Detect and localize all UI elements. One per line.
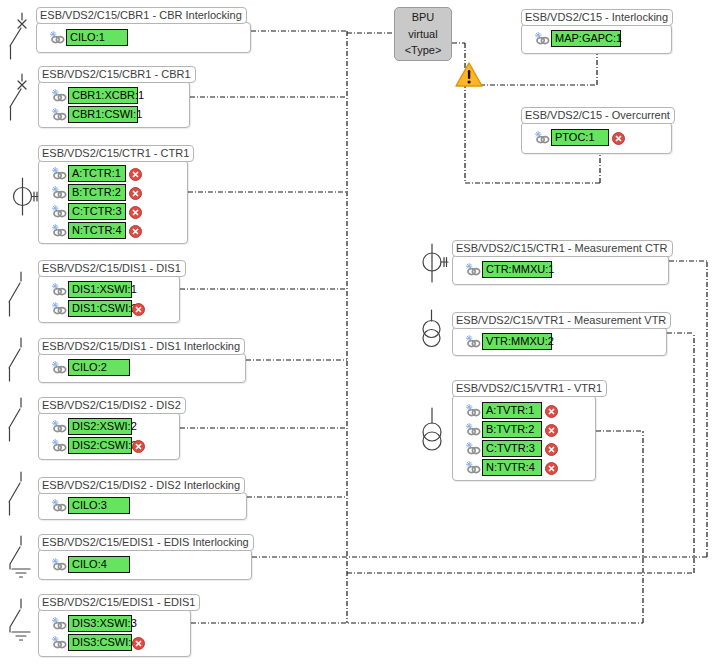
node-body: CTR:MMXU:1 [452, 255, 669, 285]
logical-node-row: CILO:3 [39, 497, 246, 514]
warning-icon[interactable] [455, 61, 483, 88]
link-icon [535, 131, 550, 145]
link-icon [52, 420, 67, 434]
node-measurement-ctr[interactable]: ESB/VDS2/C15/CTR1 - Measurement CTR CTR:… [452, 238, 673, 285]
logical-node-row: A:TCTR:1 [39, 165, 187, 182]
logical-node-tag[interactable]: DIS2:XSWI:2 [68, 418, 132, 435]
node-title[interactable]: ESB/VDS2/C15/DIS2 - DIS2 Interlocking [38, 477, 245, 494]
logical-node-row: CILO:4 [39, 556, 251, 573]
node-body: CILO:1 [36, 22, 251, 53]
node-title[interactable]: ESB/VDS2/C15/EDIS1 - EDIS1 [38, 594, 200, 611]
node-vtr1[interactable]: ESB/VDS2/C15/VTR1 - VTR1 A:TVTR:1 B:TVTR… [452, 378, 607, 481]
node-ctr1[interactable]: ESB/VDS2/C15/CTR1 - CTR1 A:TCTR:1 B:TCTR… [38, 143, 194, 244]
node-title[interactable]: ESB/VDS2/C15/CTR1 - Measurement CTR [452, 240, 673, 257]
node-title[interactable]: ESB/VDS2/C15 - Overcurrent [521, 107, 675, 124]
voltage-transformer-icon [423, 408, 441, 450]
logical-node-tag[interactable]: C:TCTR:3 [68, 203, 126, 220]
node-body: MAP:GAPC:1 [521, 24, 672, 54]
logical-node-tag[interactable]: CILO:3 [68, 497, 130, 514]
bpu-subtitle: virtual [395, 28, 451, 41]
bpu-virtual-node[interactable]: BPU virtual <Type> [394, 7, 452, 61]
logical-node-tag[interactable]: CBR1:XCBR:1 [68, 87, 138, 104]
node-title[interactable]: ESB/VDS2/C15/DIS2 - DIS2 [38, 397, 186, 414]
node-cbr-interlocking[interactable]: ESB/VDS2/C15/CBR1 - CBR Interlocking CIL… [36, 5, 251, 53]
logical-node-tag[interactable]: C:TVTR:3 [482, 440, 542, 457]
node-body: CILO:4 [38, 549, 252, 580]
error-badge-icon [545, 442, 558, 455]
bpu-name: BPU [395, 11, 451, 24]
logical-node-row: DIS2:CSWI:3 [39, 437, 179, 454]
node-overcurrent[interactable]: ESB/VDS2/C15 - Overcurrent PTOC:1 [521, 105, 675, 154]
logical-node-tag[interactable]: B:TCTR:2 [68, 184, 126, 201]
voltage-transformer-icon [423, 310, 440, 347]
node-interlocking[interactable]: ESB/VDS2/C15 - Interlocking MAP:GAPC:1 [521, 7, 673, 54]
link-icon [52, 108, 67, 122]
logical-node-tag[interactable]: CTR:MMXU:1 [482, 261, 552, 278]
logical-node-tag[interactable]: A:TCTR:1 [68, 165, 126, 182]
circuit-breaker-icon [10, 13, 26, 59]
logical-node-tag[interactable]: DIS1:CSWI:2 [68, 300, 132, 317]
node-edis1[interactable]: ESB/VDS2/C15/EDIS1 - EDIS1 DIS3:XSWI:3 D… [38, 592, 200, 657]
error-badge-icon [129, 186, 142, 199]
node-dis1[interactable]: ESB/VDS2/C15/DIS1 - DIS1 DIS1:XSWI:1 DIS… [38, 258, 186, 323]
link-icon [52, 283, 67, 297]
logical-node-tag[interactable]: DIS2:CSWI:3 [68, 437, 132, 454]
node-title[interactable]: ESB/VDS2/C15/EDIS1 - EDIS Interlocking [38, 534, 254, 551]
node-dis2[interactable]: ESB/VDS2/C15/DIS2 - DIS2 DIS2:XSWI:2 DIS… [38, 395, 186, 460]
node-body: A:TVTR:1 B:TVTR:2 C:TVTR:3 N:TVTR:4 [452, 395, 596, 481]
logical-node-row: CILO:2 [39, 359, 245, 376]
link-icon [466, 442, 481, 456]
error-badge-icon [132, 302, 145, 315]
logical-node-row: DIS2:XSWI:2 [39, 418, 179, 435]
disconnector-icon [9, 398, 21, 441]
logical-node-tag[interactable]: A:TVTR:1 [482, 402, 542, 419]
link-icon [52, 186, 67, 200]
node-dis2-interlocking[interactable]: ESB/VDS2/C15/DIS2 - DIS2 Interlocking CI… [38, 475, 247, 520]
node-body: A:TCTR:1 B:TCTR:2 C:TCTR:3 N:TCTR:4 [38, 160, 188, 244]
error-badge-icon [129, 205, 142, 218]
node-title[interactable]: ESB/VDS2/C15/CBR1 - CBR1 [38, 66, 196, 83]
logical-node-tag[interactable]: DIS3:XSWI:3 [68, 615, 132, 632]
node-title[interactable]: ESB/VDS2/C15/DIS1 - DIS1 Interlocking [38, 338, 245, 355]
disconnector-icon [9, 338, 21, 381]
logical-node-row: N:TVTR:4 [453, 459, 595, 476]
link-icon [466, 335, 481, 349]
node-body: CILO:3 [38, 492, 247, 520]
node-cbr1[interactable]: ESB/VDS2/C15/CBR1 - CBR1 CBR1:XCBR:1 CBR… [38, 64, 196, 128]
logical-node-tag[interactable]: CILO:1 [66, 29, 128, 46]
logical-node-tag[interactable]: N:TCTR:4 [68, 222, 126, 239]
logical-node-row: CTR:MMXU:1 [453, 261, 668, 278]
error-badge-icon [545, 461, 558, 474]
logical-node-tag[interactable]: DIS3:CSWI:4 [68, 634, 132, 651]
node-title[interactable]: ESB/VDS2/C15/CBR1 - CBR Interlocking [36, 7, 247, 24]
node-title[interactable]: ESB/VDS2/C15 - Interlocking [521, 9, 673, 26]
disconnector-icon [9, 472, 21, 515]
node-edis-interlocking[interactable]: ESB/VDS2/C15/EDIS1 - EDIS Interlocking C… [38, 532, 254, 580]
logical-node-tag[interactable]: CBR1:CSWI:1 [68, 106, 138, 123]
logical-node-row: DIS1:XSWI:1 [39, 281, 179, 298]
node-measurement-vtr[interactable]: ESB/VDS2/C15/VTR1 - Measurement VTR VTR:… [452, 310, 671, 356]
logical-node-tag[interactable]: CILO:2 [68, 359, 130, 376]
node-title[interactable]: ESB/VDS2/C15/VTR1 - Measurement VTR [452, 312, 671, 329]
node-title[interactable]: ESB/VDS2/C15/DIS1 - DIS1 [38, 260, 186, 277]
logical-node-tag[interactable]: VTR:MMXU:2 [482, 333, 552, 350]
error-badge-icon [612, 131, 625, 144]
logical-node-tag[interactable]: CILO:4 [68, 556, 130, 573]
node-body: DIS1:XSWI:1 DIS1:CSWI:2 [38, 275, 180, 323]
circuit-breaker-icon [10, 74, 26, 120]
error-badge-icon [129, 224, 142, 237]
node-title[interactable]: ESB/VDS2/C15/CTR1 - CTR1 [38, 145, 194, 162]
logical-node-row: C:TVTR:3 [453, 440, 595, 457]
node-title[interactable]: ESB/VDS2/C15/VTR1 - VTR1 [452, 380, 607, 397]
logical-node-tag[interactable]: DIS1:XSWI:1 [68, 281, 132, 298]
node-dis1-interlocking[interactable]: ESB/VDS2/C15/DIS1 - DIS1 Interlocking CI… [38, 336, 246, 383]
logical-node-tag[interactable]: PTOC:1 [551, 129, 609, 146]
current-transformer-icon [423, 244, 448, 282]
error-badge-icon [129, 167, 142, 180]
logical-node-tag[interactable]: B:TVTR:2 [482, 421, 542, 438]
logical-node-tag[interactable]: MAP:GAPC:1 [551, 30, 621, 47]
error-badge-icon [132, 636, 145, 649]
current-transformer-icon [14, 178, 40, 215]
logical-node-tag[interactable]: N:TVTR:4 [482, 459, 542, 476]
logical-node-row: A:TVTR:1 [453, 402, 595, 419]
